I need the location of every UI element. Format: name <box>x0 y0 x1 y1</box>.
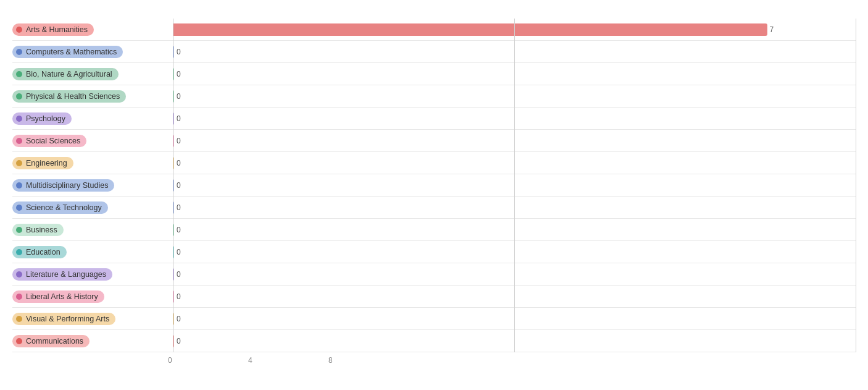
bar-value-label: 0 <box>177 137 181 145</box>
x-axis-label: 8 <box>328 356 333 365</box>
bar-value-label: 0 <box>177 270 181 279</box>
bar-value-label: 0 <box>177 248 181 256</box>
bar-dot-icon <box>16 227 22 233</box>
bar-label: Computers & Mathematics <box>26 48 117 56</box>
bar-dot-icon <box>16 294 22 300</box>
bar-value-label: 0 <box>177 48 181 56</box>
x-axis-label: 0 <box>168 356 172 365</box>
bar-row: Bio, Nature & Agricultural0 <box>12 63 856 85</box>
bar-row: Social Sciences0 <box>12 130 856 152</box>
bar-fill <box>173 335 174 347</box>
label-pill: Computers & Mathematics <box>12 46 173 58</box>
bar-label: Communications <box>26 337 83 345</box>
bar-dot-icon <box>16 93 22 100</box>
label-pill: Business <box>12 224 173 236</box>
bar-section: 0 <box>173 130 856 151</box>
bar-dot-icon <box>16 249 22 255</box>
grid-line <box>856 19 856 352</box>
bar-row: Literature & Languages0 <box>12 263 856 286</box>
bar-value-label: 7 <box>770 25 774 34</box>
bar-label: Business <box>26 226 57 234</box>
bar-label: Arts & Humanities <box>26 25 88 34</box>
bar-dot-icon <box>16 271 22 278</box>
bar-label: Psychology <box>26 114 65 123</box>
bar-dot-icon <box>16 27 22 33</box>
bar-fill <box>173 90 174 103</box>
bar-row: Computers & Mathematics0 <box>12 41 856 63</box>
bar-value-label: 0 <box>177 226 181 234</box>
bar-fill <box>173 290 174 303</box>
bar-label: Liberal Arts & History <box>26 292 98 301</box>
bar-section: 0 <box>173 286 856 307</box>
bar-section: 0 <box>173 63 856 85</box>
bar-fill <box>173 112 174 125</box>
bar-dot-icon <box>16 116 22 122</box>
label-pill: Physical & Health Sciences <box>12 90 173 103</box>
bar-value-label: 0 <box>177 292 181 301</box>
bar-value-label: 0 <box>177 181 181 190</box>
bar-label: Physical & Health Sciences <box>26 92 120 101</box>
bar-dot-icon <box>16 182 22 189</box>
bar-label: Visual & Performing Arts <box>26 315 109 323</box>
bar-section: 0 <box>173 219 856 240</box>
bar-value-label: 0 <box>177 203 181 212</box>
bar-value-label: 0 <box>177 337 181 345</box>
bar-row: Communications0 <box>12 330 856 352</box>
bar-section: 0 <box>173 308 856 329</box>
bar-section: 0 <box>173 241 856 263</box>
bar-fill <box>173 201 174 214</box>
bar-fill <box>173 157 174 169</box>
label-pill: Education <box>12 246 173 258</box>
bar-fill <box>173 179 174 192</box>
label-pill: Visual & Performing Arts <box>12 313 173 325</box>
bar-fill <box>173 68 174 80</box>
bar-label: Literature & Languages <box>26 270 106 279</box>
bar-row: Science & Technology0 <box>12 197 856 219</box>
bar-fill <box>173 224 174 236</box>
label-pill: Science & Technology <box>12 201 173 214</box>
label-pill: Bio, Nature & Agricultural <box>12 68 173 80</box>
bar-fill <box>173 313 174 325</box>
bar-fill <box>173 268 174 281</box>
bar-row: Liberal Arts & History0 <box>12 286 856 308</box>
bar-section: 0 <box>173 108 856 129</box>
bar-dot-icon <box>16 71 22 77</box>
bar-section: 0 <box>173 330 856 352</box>
bar-row: Education0 <box>12 241 856 263</box>
chart-container: Arts & Humanities7Computers & Mathematic… <box>12 19 856 368</box>
label-pill: Multidisciplinary Studies <box>12 179 173 192</box>
bar-dot-icon <box>16 316 22 322</box>
bar-row: Engineering0 <box>12 152 856 174</box>
bar-row: Visual & Performing Arts0 <box>12 308 856 330</box>
bar-label: Education <box>26 248 61 256</box>
bar-fill <box>173 246 174 258</box>
bar-row: Psychology0 <box>12 108 856 130</box>
bar-label: Social Sciences <box>26 137 80 145</box>
bar-section: 0 <box>173 174 856 196</box>
label-pill: Literature & Languages <box>12 268 173 281</box>
bar-label: Science & Technology <box>26 203 102 212</box>
x-axis: 048 <box>12 354 856 368</box>
label-pill: Social Sciences <box>12 135 173 147</box>
bar-label: Bio, Nature & Agricultural <box>26 70 112 78</box>
label-pill: Communications <box>12 335 173 347</box>
bar-row: Multidisciplinary Studies0 <box>12 174 856 197</box>
bar-section: 0 <box>173 197 856 218</box>
bar-section: 0 <box>173 85 856 107</box>
bar-fill <box>173 46 174 58</box>
bar-dot-icon <box>16 205 22 211</box>
bar-section: 0 <box>173 263 856 285</box>
bar-fill <box>173 23 767 36</box>
bar-row: Physical & Health Sciences0 <box>12 85 856 108</box>
bar-dot-icon <box>16 160 22 166</box>
bar-dot-icon <box>16 49 22 55</box>
bar-value-label: 0 <box>177 70 181 78</box>
label-pill: Psychology <box>12 112 173 125</box>
bar-fill <box>173 135 174 147</box>
bar-dot-icon <box>16 138 22 144</box>
bar-value-label: 0 <box>177 159 181 167</box>
label-pill: Liberal Arts & History <box>12 290 173 303</box>
bar-section: 0 <box>173 41 856 62</box>
bar-value-label: 0 <box>177 114 181 123</box>
bar-dot-icon <box>16 338 22 344</box>
